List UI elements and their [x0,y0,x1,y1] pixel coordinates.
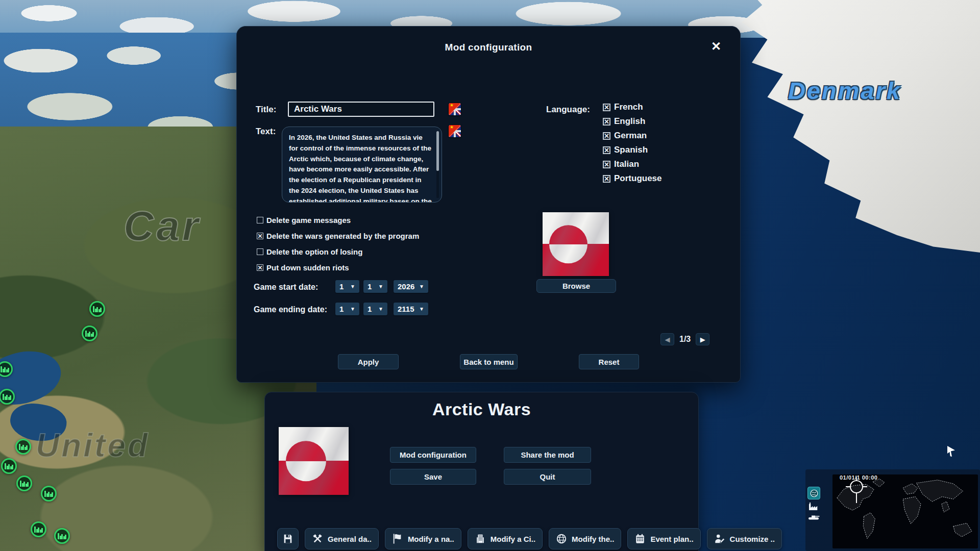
option-delete-losing[interactable]: Delete the option of losing [257,244,419,260]
general-data-button[interactable]: General da.. [305,528,379,549]
chevron-down-icon: ▼ [350,306,355,312]
page-navigation: ◀ 1/3 ▶ [660,333,709,345]
modify-nation-button[interactable]: Modify a na.. [385,528,461,549]
language-option-label: Spanish [614,145,648,155]
modify-world-button[interactable]: Modify the.. [549,528,621,549]
checkbox-icon [603,118,610,126]
globe-icon[interactable] [807,487,820,499]
dropdown-value: 2026 [398,282,414,291]
start-year-dropdown[interactable]: 2026 ▼ [394,280,428,293]
greenland-flag [543,212,609,276]
save-button[interactable]: Save [390,469,476,485]
toolbar-button-label: Modify a Ci.. [491,535,535,543]
tank-icon[interactable] [807,513,821,520]
city-buildings-icon[interactable] [1,458,17,474]
checkbox-icon [603,175,610,183]
city-buildings-icon[interactable] [82,325,97,341]
option-delete-game-messages[interactable]: Delete game messages [257,212,419,228]
city-buildings-icon[interactable] [41,486,57,502]
title-input[interactable] [288,102,434,117]
greenland-flag [279,427,349,495]
globe-icon [556,533,567,544]
checkbox-icon [603,146,610,154]
editor-toolbar: General da.. Modify a na.. Modify [277,528,782,549]
person-edit-icon [714,533,725,544]
language-option-label: German [614,131,647,141]
game-datetime: 01/01/1 00:00 [840,474,877,481]
language-option-label: English [614,116,645,127]
toolbar-button-label: Customize .. [730,535,775,543]
city-buildings-icon[interactable] [54,528,70,544]
language-option-label: French [614,102,643,112]
scrollbar-thumb[interactable] [436,131,439,171]
previous-page-icon[interactable]: ◀ [660,333,674,345]
language-checkbox-german[interactable]: German [603,129,662,143]
language-checkbox-french[interactable]: French [603,100,662,114]
tools-icon [312,533,323,544]
end-day-dropdown[interactable]: 1 ▼ [335,303,359,315]
modify-city-button[interactable]: Modify a Ci.. [468,528,543,549]
dialog-title: Mod configuration [237,42,740,53]
language-checkbox-spanish[interactable]: Spanish [603,143,662,157]
description-textarea[interactable]: In 2026, the United States and Russia vi… [282,127,442,203]
mod-configuration-button[interactable]: Mod configuration [390,447,476,463]
event-planner-button[interactable]: Event plan.. [627,528,700,549]
toolbar-button-label: General da.. [328,535,372,543]
option-put-down-riots[interactable]: Put down sudden riots [257,260,419,276]
minimap-panel: 01/01/1 00:00 [805,469,980,551]
apply-button[interactable]: Apply [338,354,399,369]
translation-flag-icon[interactable]: ★ [449,125,461,137]
minimap-mode-buttons [807,487,821,520]
city-buildings-icon[interactable] [89,301,105,317]
factory-icon[interactable] [807,502,820,511]
checkbox-icon [257,248,263,255]
language-checkbox-portuguese[interactable]: Portuguese [603,171,662,186]
building-icon [475,533,486,544]
quit-button[interactable]: Quit [504,469,591,485]
dropdown-value: 1 [339,305,344,313]
mod-title: Arctic Wars [265,399,698,419]
mod-menu-panel: Arctic Wars Mod configuration Share the … [264,392,699,551]
language-checkbox-english[interactable]: English [603,114,662,129]
checkbox-icon [603,132,610,140]
share-the-mod-button[interactable]: Share the mod [504,447,591,463]
customize-button[interactable]: Customize .. [707,528,782,549]
city-buildings-icon[interactable] [16,475,32,491]
toolbar-button-label: Modify a na.. [408,535,454,543]
city-buildings-icon[interactable] [15,439,31,455]
checkbox-icon [603,104,610,111]
language-list: French English German Spanish Italian Po… [603,100,662,186]
translation-flag-icon[interactable]: ★ [449,103,461,115]
start-day-dropdown[interactable]: 1 ▼ [335,280,359,293]
toolbar-button-label: Event plan.. [650,535,693,543]
dropdown-value: 1 [339,282,344,291]
save-mod-button[interactable] [277,528,299,549]
dropdown-value: 1 [368,305,372,313]
start-month-dropdown[interactable]: 1 ▼ [363,280,387,293]
option-delete-wars[interactable]: Delete the wars generated by the program [257,228,419,244]
map-label-united-states: United [36,427,150,464]
close-icon[interactable]: ✕ [707,38,725,55]
dropdown-value: 2115 [398,305,414,313]
chevron-down-icon: ▼ [419,284,424,289]
chevron-down-icon: ▼ [419,306,424,312]
reset-button[interactable]: Reset [579,354,639,369]
next-page-icon[interactable]: ▶ [696,333,709,345]
language-checkbox-italian[interactable]: Italian [603,157,662,171]
map-label-canada: Car [124,202,201,250]
globe-icon [810,489,819,498]
back-to-menu-button[interactable]: Back to menu [460,354,518,369]
city-buildings-icon[interactable] [31,521,46,537]
end-year-dropdown[interactable]: 2115 ▼ [394,303,428,315]
minimap-world[interactable]: 01/01/1 00:00 [832,474,978,548]
floppy-save-icon [282,533,293,544]
language-label: Language: [546,105,590,115]
browse-button[interactable]: Browse [536,279,616,293]
end-month-dropdown[interactable]: 1 ▼ [363,303,387,315]
china-star-icon: ★ [450,103,454,108]
chevron-down-icon: ▼ [378,284,383,289]
mouse-cursor-icon [947,446,955,457]
option-label: Delete game messages [266,216,351,224]
toolbar-button-label: Modify the.. [572,535,614,543]
page-indicator: 1/3 [679,335,691,344]
